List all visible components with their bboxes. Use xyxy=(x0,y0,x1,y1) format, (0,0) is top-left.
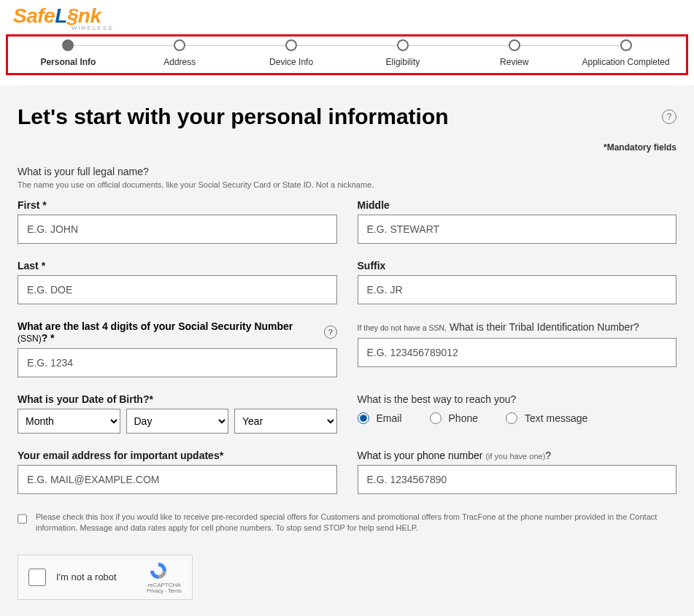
help-icon[interactable]: ? xyxy=(662,109,676,124)
dob-day-select[interactable]: Day xyxy=(126,409,229,434)
step-label: Application Completed xyxy=(570,57,682,67)
step-label: Personal Info xyxy=(12,57,124,67)
reach-text-radio[interactable]: Text message xyxy=(506,412,587,424)
consent-text: Please check this box if you would like … xyxy=(36,512,676,534)
step-address[interactable]: Address xyxy=(124,39,236,67)
dob-label: What is your Date of Birth?* xyxy=(18,393,337,405)
reach-phone-label: Phone xyxy=(449,412,478,424)
middle-name-label: Middle xyxy=(358,199,677,211)
reach-email-input[interactable] xyxy=(358,412,369,424)
email-input[interactable] xyxy=(18,465,337,494)
step-review[interactable]: Review xyxy=(458,39,570,67)
reach-text-input[interactable] xyxy=(506,412,517,424)
suffix-label: Suffix xyxy=(358,260,677,272)
main-content: Let's start with your personal informati… xyxy=(0,85,694,616)
ssn-input[interactable] xyxy=(18,348,337,377)
name-question-hint: The name you use on official documents, … xyxy=(18,180,676,189)
logo: SafeL§nk WIRELESS xyxy=(0,0,694,31)
step-circle-icon xyxy=(285,39,297,51)
reach-label: What is the best way to reach you? xyxy=(358,393,677,405)
logo-safe: Safe xyxy=(13,4,55,27)
phone-input[interactable] xyxy=(358,465,677,494)
page-title: Let's start with your personal informati… xyxy=(18,104,449,129)
reach-phone-input[interactable] xyxy=(430,412,442,424)
mandatory-note: *Mandatory fields xyxy=(18,142,676,153)
step-label: Device Info xyxy=(236,57,347,67)
recaptcha-badge: reCAPTCHA Privacy - Terms xyxy=(147,561,182,593)
step-circle-icon xyxy=(62,39,74,51)
name-question-label: What is your full legal name? xyxy=(18,166,676,177)
step-circle-icon xyxy=(620,39,632,51)
reach-text-label: Text message xyxy=(525,412,587,424)
email-label: Your email address for important updates… xyxy=(18,450,337,461)
reach-email-label: Email xyxy=(377,412,402,424)
consent-row: Please check this box if you would like … xyxy=(18,512,676,534)
step-circle-icon xyxy=(397,39,409,51)
step-device-info[interactable]: Device Info xyxy=(236,39,347,67)
stepper: Personal Info Address Device Info Eligib… xyxy=(12,39,682,67)
consent-checkbox[interactable] xyxy=(18,513,27,525)
step-personal-info[interactable]: Personal Info xyxy=(12,39,124,67)
last-name-label: Last * xyxy=(18,260,337,272)
step-eligibility[interactable]: Eligibility xyxy=(347,39,458,67)
reach-email-radio[interactable]: Email xyxy=(358,412,402,424)
step-circle-icon xyxy=(174,39,185,51)
ssn-help-icon[interactable]: ? xyxy=(324,326,336,339)
logo-i: § xyxy=(67,4,78,28)
ssn-label: What are the last 4 digits of your Socia… xyxy=(18,320,337,344)
recaptcha[interactable]: I'm not a robot reCAPTCHA Privacy - Term… xyxy=(18,555,193,600)
tribal-id-input[interactable] xyxy=(358,338,677,367)
last-name-input[interactable] xyxy=(18,275,337,304)
logo-subtitle: WIRELESS xyxy=(72,25,681,31)
logo-l: L xyxy=(55,4,67,27)
middle-name-input[interactable] xyxy=(358,215,677,244)
step-label: Address xyxy=(124,57,236,67)
step-label: Review xyxy=(458,57,570,67)
dob-year-select[interactable]: Year xyxy=(234,409,337,434)
stepper-container: Personal Info Address Device Info Eligib… xyxy=(6,34,688,75)
logo-nk: nk xyxy=(78,4,101,27)
step-application-completed[interactable]: Application Completed xyxy=(570,39,682,67)
recaptcha-label: I'm not a robot xyxy=(56,571,117,582)
phone-label: What is your phone number (if you have o… xyxy=(358,450,677,461)
tribal-label: If they do not have a SSN, What is their… xyxy=(358,320,677,334)
reach-phone-radio[interactable]: Phone xyxy=(430,412,478,424)
dob-month-select[interactable]: Month xyxy=(18,409,120,434)
reach-radio-group: Email Phone Text message xyxy=(358,412,677,424)
recaptcha-icon xyxy=(147,561,170,581)
step-label: Eligibility xyxy=(347,57,458,67)
first-name-label: First * xyxy=(18,199,337,211)
step-circle-icon xyxy=(509,39,520,51)
recaptcha-checkbox[interactable] xyxy=(28,569,46,586)
name-question: What is your full legal name? The name y… xyxy=(18,166,676,189)
first-name-input[interactable] xyxy=(18,215,337,244)
suffix-input[interactable] xyxy=(358,275,677,304)
